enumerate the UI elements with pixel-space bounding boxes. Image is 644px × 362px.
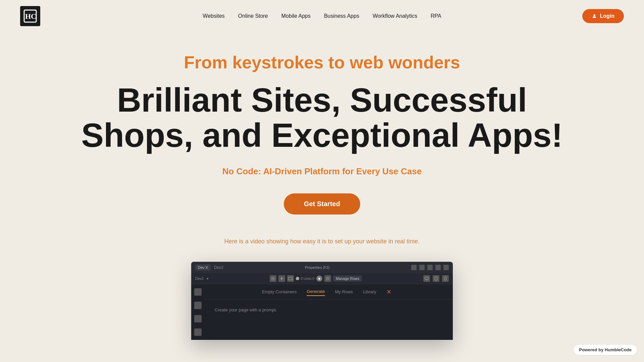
tab-generate[interactable]: Generate bbox=[307, 288, 325, 296]
device-icons bbox=[423, 275, 449, 282]
nav-item-business-apps[interactable]: Business Apps bbox=[324, 13, 359, 19]
sidebar-icon-user bbox=[194, 328, 202, 336]
video-preview-wrapper: Dev X Dev2 Properties (F2) Dev2 ▾ bbox=[191, 262, 453, 340]
sidebar-icon-cursor bbox=[194, 288, 202, 296]
toolbar-icon-2 bbox=[419, 265, 425, 270]
svg-rect-11 bbox=[444, 277, 446, 280]
close-panel-icon[interactable]: ✕ bbox=[386, 288, 391, 296]
login-label: Login bbox=[600, 13, 614, 19]
nav-item-workflow-analytics[interactable]: Workflow Analytics bbox=[373, 13, 417, 19]
nav-item-mobile-apps[interactable]: Mobile Apps bbox=[281, 13, 311, 19]
nav-item-online-store[interactable]: Online Store bbox=[238, 13, 268, 19]
login-button[interactable]: Login bbox=[582, 9, 624, 23]
powered-by-brand: HumbleCode bbox=[605, 347, 632, 352]
hero-tagline: From keystrokes to web wonders bbox=[67, 52, 577, 72]
video-tabs-bar: Empty Containers Generate My Rows Librar… bbox=[205, 284, 453, 300]
status-dot bbox=[296, 277, 299, 280]
dev2-label: Dev2 bbox=[214, 265, 223, 270]
tab-library[interactable]: Library bbox=[363, 288, 376, 296]
toolbar-right bbox=[411, 265, 449, 270]
second-toolbar-left: Dev2 ▾ bbox=[195, 277, 209, 281]
circle-icon-inner: ◉ bbox=[318, 277, 321, 280]
circle-icon: ◉ bbox=[316, 276, 322, 282]
svg-rect-7 bbox=[425, 277, 428, 280]
svg-point-4 bbox=[273, 278, 274, 279]
toolbar-icon-5 bbox=[443, 265, 449, 270]
toolbar-sm-icon-4 bbox=[324, 275, 331, 282]
video-main-area: Empty Containers Generate My Rows Librar… bbox=[191, 284, 453, 340]
second-toolbar-center: 0 Undo 0 ◉ Manage Rows bbox=[270, 275, 362, 282]
video-prompt-area: Create your page with a prompt. bbox=[205, 300, 453, 320]
nav-links: Websites Online Store Mobile Apps Busine… bbox=[203, 13, 441, 19]
dropdown-arrow: ▾ bbox=[207, 277, 209, 281]
toolbar-icon-1 bbox=[411, 265, 417, 270]
logo-box: HC bbox=[20, 6, 40, 26]
toolbar-icon-3 bbox=[427, 265, 433, 270]
manage-rows-button[interactable]: Manage Rows bbox=[333, 276, 362, 282]
toolbar-sm-icon-3 bbox=[287, 275, 294, 282]
desktop-icon bbox=[423, 275, 430, 282]
nav-link-websites[interactable]: Websites bbox=[203, 13, 225, 19]
toolbar-left: Dev X Dev2 bbox=[195, 264, 223, 270]
hero-title: Brilliant Sites, Successful Shops, and E… bbox=[67, 82, 577, 153]
video-left-sidebar bbox=[191, 284, 205, 340]
svg-rect-10 bbox=[435, 277, 437, 280]
nav-link-workflow-analytics[interactable]: Workflow Analytics bbox=[373, 13, 417, 19]
logo-container: HC bbox=[20, 6, 40, 26]
video-top-toolbar: Dev X Dev2 Properties (F2) bbox=[191, 262, 453, 273]
navbar: HC Websites Online Store Mobile Apps Bus… bbox=[0, 0, 644, 32]
nav-link-business-apps[interactable]: Business Apps bbox=[324, 13, 359, 19]
hero-section: From keystrokes to web wonders Brilliant… bbox=[0, 32, 644, 353]
dev-x-label: Dev X bbox=[195, 264, 211, 270]
person-icon bbox=[592, 13, 597, 19]
tab-empty-containers[interactable]: Empty Containers bbox=[262, 288, 297, 296]
toolbar-sm-icon-1 bbox=[270, 275, 276, 282]
nav-item-rpa[interactable]: RPA bbox=[431, 13, 441, 19]
tab-my-rows[interactable]: My Rows bbox=[335, 288, 353, 296]
video-content-area: Empty Containers Generate My Rows Librar… bbox=[205, 284, 453, 340]
dev2-label-2: Dev2 bbox=[195, 277, 204, 281]
toolbar-sm-icon-2 bbox=[278, 275, 285, 282]
nav-link-rpa[interactable]: RPA bbox=[431, 13, 441, 19]
svg-point-2 bbox=[594, 14, 595, 16]
video-second-toolbar: Dev2 ▾ 0 Undo 0 bbox=[191, 273, 453, 284]
svg-text:HC: HC bbox=[25, 12, 36, 20]
status-text: 0 Undo 0 bbox=[301, 277, 314, 281]
toolbar-icon-4 bbox=[435, 265, 441, 270]
powered-by-badge: Powered by HumbleCode bbox=[573, 344, 637, 355]
nav-link-mobile-apps[interactable]: Mobile Apps bbox=[281, 13, 311, 19]
properties-label: Properties (F2) bbox=[305, 265, 329, 269]
sidebar-icon-settings bbox=[194, 315, 202, 322]
tablet-icon bbox=[433, 275, 439, 282]
hero-subtitle: No Code: AI-Driven Platform for Every Us… bbox=[67, 166, 577, 177]
powered-by-prefix: Powered by bbox=[579, 347, 603, 352]
mobile-icon bbox=[442, 275, 449, 282]
video-preview: Dev X Dev2 Properties (F2) Dev2 ▾ bbox=[191, 262, 453, 340]
sidebar-icon-cart bbox=[194, 302, 202, 309]
nav-item-websites[interactable]: Websites bbox=[203, 13, 225, 19]
get-started-button[interactable]: Get Started bbox=[284, 193, 360, 215]
hero-video-description: Here is a video showing how easy it is t… bbox=[67, 238, 577, 245]
logo-icon: HC bbox=[23, 9, 37, 23]
prompt-placeholder-text: Create your page with a prompt. bbox=[215, 307, 277, 312]
nav-link-online-store[interactable]: Online Store bbox=[238, 13, 268, 19]
